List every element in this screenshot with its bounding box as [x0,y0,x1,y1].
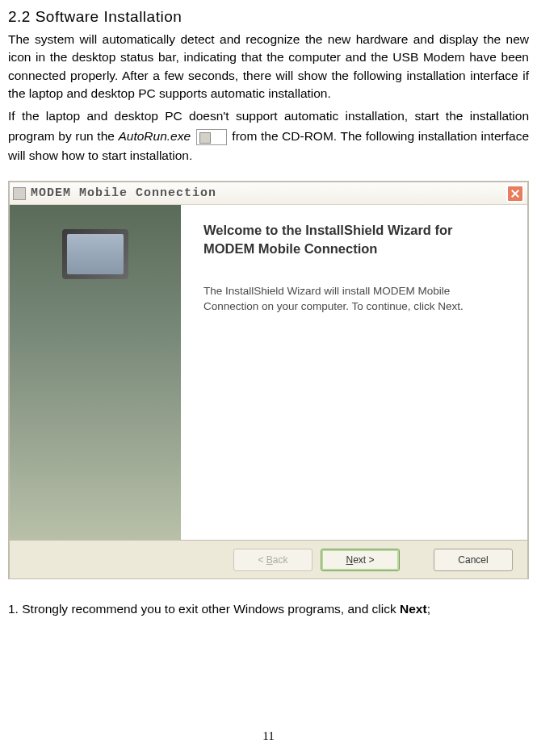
back-prefix: < [258,554,266,566]
autorun-filename: AutoRun.exe [118,129,191,143]
back-button: < Back [233,549,313,571]
back-mnemonic: B [266,554,273,566]
close-button[interactable] [506,185,524,203]
next-suffix: ext > [353,554,374,566]
autorun-icon [196,129,227,145]
paragraph-1: The system will automatically detect and… [8,31,529,103]
page-number: 11 [262,729,274,743]
main-panel: Welcome to the InstallShield Wizard for … [181,205,527,540]
side-panel-image [62,229,128,279]
paragraph-2: If the laptop and desktop PC doesn't sup… [8,107,529,166]
back-suffix: ack [273,554,288,566]
section-heading: 2.2 Software Installation [8,8,529,26]
next-mnemonic: N [346,554,353,566]
side-panel [10,205,181,540]
window-title: MODEM Mobile Connection [31,186,506,200]
next-bold: Next [400,602,427,616]
button-bar: < Back Next > Cancel [10,540,527,578]
installer-window: MODEM Mobile Connection Welcome to the I… [8,181,529,579]
titlebar: MODEM Mobile Connection [10,182,527,205]
welcome-text: The InstallShield Wizard will install MO… [203,283,505,315]
footer-text-b: ; [427,602,430,616]
next-button[interactable]: Next > [321,549,400,571]
footer-text-a: 1. Strongly recommend you to exit other … [8,602,400,616]
welcome-title: Welcome to the InstallShield Wizard for … [203,221,505,257]
cancel-button[interactable]: Cancel [434,549,513,571]
installer-body: Welcome to the InstallShield Wizard for … [10,205,527,540]
step-1-text: 1. Strongly recommend you to exit other … [8,602,529,616]
app-icon [13,187,26,200]
